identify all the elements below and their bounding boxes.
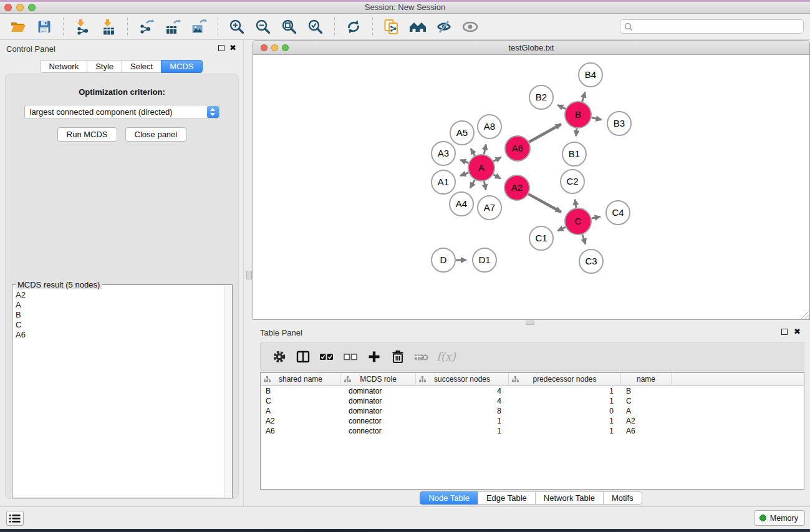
add-column-icon[interactable] [363,346,385,368]
table-cell[interactable]: C [261,397,341,405]
criterion-dropdown[interactable]: largest connected component (directed) [24,105,220,119]
table-cell[interactable]: A2 [261,417,341,425]
run-mcds-button[interactable]: Run MCDS [57,127,117,142]
search-box[interactable] [620,19,804,34]
graph-edge-C-C1[interactable] [557,227,566,231]
export-table-icon[interactable] [162,16,184,38]
graph-edge-C-C4[interactable] [591,216,600,218]
table-row[interactable]: A2connector11A2 [261,416,804,426]
table-cell[interactable]: B [261,387,341,395]
table-cell[interactable]: A [621,407,672,415]
import-table-icon[interactable] [97,16,120,38]
result-scrollbar[interactable] [224,286,232,497]
zoom-in-icon[interactable] [226,16,248,38]
table-cell[interactable]: A [261,407,341,415]
table-cell[interactable]: dominator [341,397,416,405]
table-cell[interactable]: connector [341,417,416,425]
graph-edge-A-A6[interactable] [493,157,501,161]
search-input[interactable] [633,21,803,32]
result-item[interactable]: B [13,310,223,320]
refresh-layout-icon[interactable] [342,16,365,38]
table-cell[interactable]: 1 [509,387,621,395]
zoom-out-icon[interactable] [252,16,274,38]
select-all-checkboxes-icon[interactable] [316,346,338,368]
delete-column-icon[interactable] [387,346,409,368]
tab-edge-table[interactable]: Edge Table [478,491,536,505]
tab-node-table[interactable]: Node Table [420,491,478,505]
settings-icon[interactable] [268,346,291,368]
tab-network-table[interactable]: Network Table [535,491,604,505]
open-session-icon[interactable] [7,16,29,38]
table-cell[interactable]: 4 [416,397,509,405]
tab-mcds[interactable]: MCDS [161,60,202,73]
zoom-fit-icon[interactable] [278,16,301,38]
table-cell[interactable]: A6 [621,427,672,435]
deselect-all-checkboxes-icon[interactable] [339,346,362,368]
show-graphics-details-icon[interactable] [459,16,481,38]
graph-edge-A6-B[interactable] [529,124,561,142]
table-cell[interactable]: 1 [416,427,509,435]
save-session-icon[interactable] [33,16,55,38]
graph-edge-B-B2[interactable] [557,105,566,109]
graph-edge-A-A4[interactable] [470,180,475,188]
table-row[interactable]: Adominator80A [261,406,804,416]
graph-edge-B-B1[interactable] [576,128,577,136]
table-float-panel-icon[interactable] [781,329,788,335]
graph-edge-A2-C[interactable] [528,194,561,212]
table-close-panel-icon[interactable]: ✖ [794,327,801,336]
table-cell[interactable]: 1 [416,417,509,425]
result-item[interactable]: A6 [13,330,223,340]
close-panel-icon[interactable]: ✖ [229,43,236,52]
tab-select[interactable]: Select [122,60,162,73]
tab-style[interactable]: Style [87,60,122,73]
graph-edge-B-B3[interactable] [592,118,602,120]
table-cell[interactable]: 8 [416,407,509,415]
table-cell[interactable]: C [621,397,672,405]
table-cell[interactable]: A6 [261,427,341,435]
column-header-successor-nodes[interactable]: successor nodes [416,373,509,385]
table-cell[interactable]: 1 [509,397,621,405]
function-builder-icon[interactable]: f(x) [436,350,456,363]
graph-edge-A-A3[interactable] [460,160,468,163]
graph-edge-B-B4[interactable] [582,92,586,102]
column-header-shared-name[interactable]: shared name [261,373,341,385]
table-row[interactable]: Bdominator41B [261,386,804,396]
graph-edge-C-C2[interactable] [575,200,576,208]
network-canvas-area[interactable]: B4B2BB3B1A5A8A3A6AA1A4A7A2C2C4CC1C3DD1 [254,55,809,319]
graph-edge-A-A7[interactable] [484,181,486,190]
table-cell[interactable]: B [621,387,672,395]
export-network-icon[interactable] [135,16,158,38]
zoom-selected-icon[interactable] [304,16,327,38]
table-row[interactable]: Cdominator41C [261,396,804,406]
table-cell[interactable]: connector [341,427,416,435]
graph-edge-A-A2[interactable] [493,175,501,179]
graph-edge-A-A5[interactable] [471,148,475,155]
column-header-name[interactable]: name [621,373,672,385]
table-cell[interactable]: dominator [341,407,416,415]
result-item[interactable]: A [13,300,223,310]
column-header-mcds-role[interactable]: MCDS role [341,373,416,385]
table-cell[interactable]: 1 [509,417,621,425]
table-cell[interactable]: 0 [509,407,621,415]
delete-table-icon[interactable] [410,346,433,368]
table-cell[interactable]: dominator [341,387,416,395]
task-history-button[interactable] [6,511,24,526]
memory-button[interactable]: Memory [754,510,805,526]
table-cell[interactable]: A2 [621,417,672,425]
tab-network[interactable]: Network [40,60,87,73]
network-window-titlebar[interactable]: testGlobe.txt [253,41,809,55]
result-item[interactable]: A2 [13,290,223,300]
table-cell[interactable]: 4 [416,387,509,395]
duplicate-network-icon[interactable] [380,16,403,38]
graph-edge-A-A8[interactable] [484,144,486,154]
graph-edge-A-A1[interactable] [460,173,468,176]
close-panel-button[interactable]: Close panel [125,127,187,142]
home-icon[interactable] [407,16,429,38]
hide-graphics-details-icon[interactable] [433,16,455,38]
float-panel-icon[interactable] [218,45,224,51]
table-cell[interactable]: 1 [509,427,621,435]
tab-motifs[interactable]: Motifs [603,491,642,505]
split-view-icon[interactable] [292,346,314,368]
import-network-icon[interactable] [71,16,94,38]
result-item[interactable]: C [13,320,223,330]
